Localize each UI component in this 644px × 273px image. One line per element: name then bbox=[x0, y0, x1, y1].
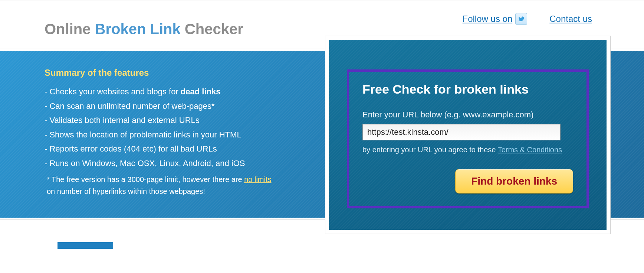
contact-us-link[interactable]: Contact us bbox=[549, 14, 592, 24]
find-broken-links-button[interactable]: Find broken links bbox=[455, 169, 573, 194]
check-form-card: Free Check for broken links Enter your U… bbox=[325, 36, 611, 234]
terms-pre: by entering your URL you agree to these bbox=[362, 146, 498, 154]
logo-part-3: Checker bbox=[181, 21, 243, 37]
form-title: Free Check for broken links bbox=[362, 82, 573, 97]
top-nav: Follow us on Contact us bbox=[463, 13, 592, 25]
footnote: * The free version has a 3000-page limit… bbox=[45, 173, 275, 197]
feature-item: - Checks your websites and blogs for dea… bbox=[45, 85, 282, 99]
feature-item: - Validates both internal and external U… bbox=[45, 113, 282, 128]
logo-part-1: Online bbox=[45, 21, 95, 37]
nav-stub bbox=[58, 242, 113, 249]
feature-item: - Shows the location of problematic link… bbox=[45, 128, 282, 142]
feature-text: - Checks your websites and blogs for bbox=[45, 87, 181, 96]
follow-us-label: Follow us on bbox=[463, 14, 513, 24]
footnote-post: on number of hyperlinks within those web… bbox=[47, 187, 205, 195]
feature-item: - Can scan an unlimited number of web-pa… bbox=[45, 99, 282, 114]
twitter-icon[interactable] bbox=[515, 13, 527, 25]
url-input[interactable] bbox=[362, 124, 561, 140]
follow-us-link[interactable]: Follow us on bbox=[463, 13, 528, 25]
terms-link[interactable]: Terms & Conditions bbox=[498, 146, 562, 154]
feature-bold: dead links bbox=[181, 87, 221, 96]
form-highlight-frame: Free Check for broken links Enter your U… bbox=[347, 69, 589, 208]
footnote-pre: * The free version has a 3000-page limit… bbox=[47, 175, 244, 183]
feature-list: - Checks your websites and blogs for dea… bbox=[45, 85, 282, 170]
logo-part-2: Broken Link bbox=[95, 21, 181, 37]
url-input-label: Enter your URL below (e.g. www.example.c… bbox=[362, 110, 573, 120]
no-limits-link[interactable]: no limits bbox=[244, 175, 271, 183]
feature-item: - Runs on Windows, Mac OSX, Linux, Andro… bbox=[45, 156, 282, 171]
terms-line: by entering your URL you agree to these … bbox=[362, 146, 573, 154]
feature-item: - Reports error codes (404 etc) for all … bbox=[45, 142, 282, 156]
